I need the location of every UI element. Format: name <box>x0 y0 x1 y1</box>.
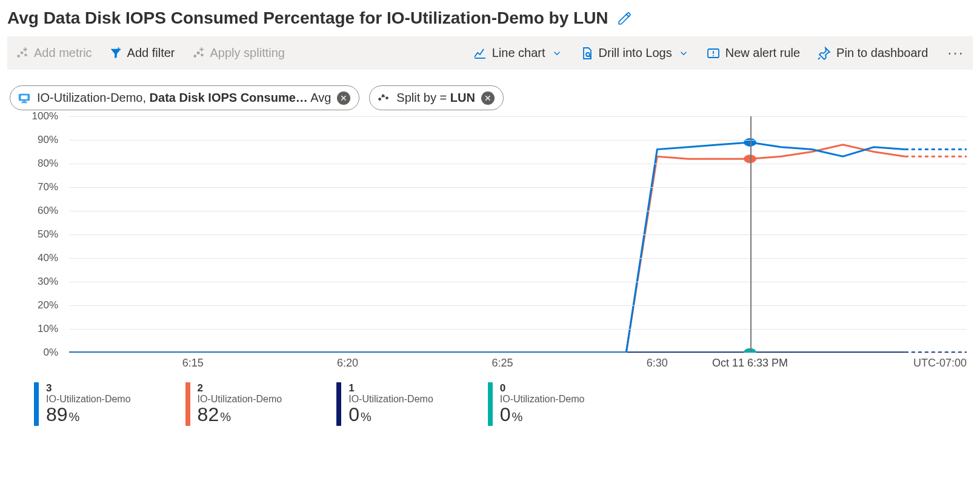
y-tick-label: 80% <box>38 158 58 170</box>
split-pill-value: LUN <box>450 91 475 104</box>
y-tick-label: 60% <box>38 205 58 217</box>
chart-gridline <box>69 329 967 330</box>
svg-rect-12 <box>21 102 27 103</box>
pin-to-dashboard-label: Pin to dashboard <box>836 46 928 60</box>
split-pill[interactable]: Split by = LUN ✕ <box>369 85 504 110</box>
add-metric-label: Add metric <box>34 46 92 60</box>
svg-point-0 <box>18 55 19 57</box>
chart-plot[interactable] <box>69 116 967 353</box>
legend-series-name: 0 <box>500 382 585 394</box>
remove-split-pill-button[interactable]: ✕ <box>481 91 495 105</box>
legend-color-bar <box>336 382 341 426</box>
add-metric-button[interactable]: Add metric <box>16 46 92 60</box>
y-tick-label: 90% <box>38 134 58 146</box>
legend-color-bar <box>488 382 493 426</box>
svg-point-16 <box>744 138 756 147</box>
line-chart-label: Line chart <box>492 46 545 60</box>
y-tick-label: 40% <box>38 252 58 264</box>
y-tick-label: 0% <box>43 347 58 359</box>
remove-metric-pill-button[interactable]: ✕ <box>337 91 350 105</box>
legend-series-name: 3 <box>46 382 131 394</box>
legend-item[interactable]: 3 IO-Utilization-Demo 89% <box>34 382 131 426</box>
legend-series-name: 2 <box>198 382 282 394</box>
svg-point-17 <box>744 154 756 163</box>
chart-cursor-label: Oct 11 6:33 PM <box>712 357 788 370</box>
vm-icon <box>18 91 31 105</box>
chart-gridline <box>69 164 967 164</box>
new-alert-rule-button[interactable]: New alert rule <box>706 46 800 61</box>
chart-area: 0%10%20%30%40%50%60%70%80%90%100% UTC-07… <box>7 116 973 374</box>
legend-item[interactable]: 0 IO-Utilization-Demo 0% <box>488 382 585 426</box>
chart-gridline <box>69 258 967 259</box>
y-tick-label: 10% <box>38 323 58 335</box>
x-tick-label: 6:25 <box>492 357 513 370</box>
apply-splitting-label: Apply splitting <box>210 46 285 60</box>
chart-gridline <box>69 234 967 235</box>
filter-pills-row: IO-Utilization-Demo, Data Disk IOPS Cons… <box>7 85 973 110</box>
y-tick-label: 20% <box>38 299 58 311</box>
chart-gridline <box>69 305 967 306</box>
page-title: Avg Data Disk IOPS Consumed Percentage f… <box>7 8 608 28</box>
add-filter-label: Add filter <box>127 46 175 60</box>
new-alert-rule-label: New alert rule <box>725 46 800 60</box>
metric-pill-agg: Avg <box>308 91 332 104</box>
metric-pill-name: Data Disk IOPS Consume… <box>150 91 308 104</box>
legend-item[interactable]: 1 IO-Utilization-Demo 0% <box>336 382 433 426</box>
legend-series-value: 0% <box>500 403 585 426</box>
x-tick-label: 6:30 <box>647 357 668 370</box>
x-tick-label: 6:20 <box>337 357 358 370</box>
chart-gridline <box>69 282 967 282</box>
toolbar: Add metric Add filter Apply splitting Li… <box>7 36 973 70</box>
legend-series-value: 0% <box>348 403 433 426</box>
metric-pill[interactable]: IO-Utilization-Demo, Data Disk IOPS Cons… <box>10 85 359 110</box>
metric-pill-resource: IO-Utilization-Demo, <box>37 91 150 104</box>
legend-color-bar <box>185 382 190 426</box>
add-filter-button[interactable]: Add filter <box>109 46 175 60</box>
svg-point-1 <box>21 51 23 53</box>
y-tick-label: 70% <box>38 181 58 193</box>
svg-point-2 <box>25 54 27 56</box>
svg-point-8 <box>713 55 714 56</box>
timezone-label: UTC-07:00 <box>913 357 967 370</box>
drill-into-logs-dropdown[interactable]: Drill into Logs <box>579 46 689 61</box>
split-icon <box>377 90 390 106</box>
apply-splitting-button[interactable]: Apply splitting <box>192 46 285 60</box>
chart-gridline <box>69 211 967 211</box>
y-tick-label: 100% <box>32 110 58 122</box>
chart-y-axis: 0%10%20%30%40%50%60%70%80%90%100% <box>7 116 62 353</box>
chart-legend: 3 IO-Utilization-Demo 89% 2 IO-Utilizati… <box>7 382 973 426</box>
y-tick-label: 30% <box>38 276 58 288</box>
pin-to-dashboard-button[interactable]: Pin to dashboard <box>817 46 928 61</box>
ellipsis-icon: ··· <box>945 44 964 62</box>
y-tick-label: 50% <box>38 228 58 241</box>
legend-item[interactable]: 2 IO-Utilization-Demo 82% <box>185 382 282 426</box>
drill-into-logs-label: Drill into Logs <box>599 46 672 60</box>
chevron-down-icon <box>678 48 689 59</box>
page-title-row: Avg Data Disk IOPS Consumed Percentage f… <box>7 8 973 28</box>
chart-gridline <box>69 140 967 141</box>
svg-rect-10 <box>21 95 28 99</box>
legend-series-value: 89% <box>46 403 131 426</box>
chart-x-axis: UTC-07:00 6:156:206:256:30Oct 11 6:33 PM <box>69 353 967 374</box>
line-chart-dropdown[interactable]: Line chart <box>473 46 562 61</box>
chevron-down-icon <box>552 48 562 59</box>
svg-point-19 <box>744 348 756 353</box>
legend-color-bar <box>34 382 39 426</box>
split-pill-prefix: Split by = <box>396 91 450 104</box>
legend-series-value: 82% <box>198 403 282 426</box>
svg-rect-11 <box>22 101 26 102</box>
x-tick-label: 6:15 <box>182 357 204 370</box>
more-options-button[interactable]: ··· <box>945 44 964 62</box>
chart-gridline <box>69 187 967 188</box>
legend-series-name: 1 <box>348 382 433 394</box>
chart-gridline <box>69 116 967 117</box>
edit-title-icon[interactable] <box>617 10 633 26</box>
